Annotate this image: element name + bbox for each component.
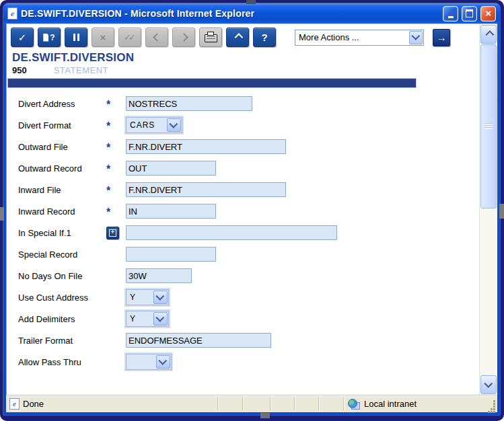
expand-button[interactable]: + [106,227,119,239]
window-body: ✓?×✓✓? More Actions ... → DE.SWIFT.DIVER… [3,24,500,395]
required-asterisk: * [106,209,110,216]
go-button[interactable]: → [433,29,450,46]
pause-icon [73,34,79,41]
field-label: Divert Format [18,120,106,130]
selection-handle-bottom [260,413,270,418]
browser-window: e DE.SWIFT.DIVERSION - Microsoft Interne… [3,3,501,416]
chevron-down-icon [155,292,164,301]
globe-monitor-icon [348,399,360,410]
dropdown-select[interactable]: CARS [126,117,182,133]
field-marker: * [106,120,126,130]
text-input[interactable] [126,204,216,219]
selection-handle-right [499,204,504,219]
status-spacer-pane [217,397,242,410]
minimize-icon [448,16,454,18]
close-icon: × [485,8,491,18]
vertical-scrollbar[interactable] [479,24,497,395]
more-actions-select[interactable]: More Actions ... [295,30,424,46]
authorize-button: ✓✓ [118,28,141,47]
text-input[interactable] [126,268,192,283]
hold-button[interactable] [65,28,87,47]
field-label: Inward Record [18,206,106,217]
chevron-down-icon [169,120,178,128]
resize-grip[interactable] [488,399,497,410]
dropdown-select[interactable]: Y [126,311,169,327]
field-marker: * [106,185,126,194]
chevron-down-icon[interactable] [153,312,168,326]
status-bar: e Done Local intranet [6,395,497,412]
section-divider-bar [7,78,417,88]
text-input[interactable] [126,333,271,348]
page-content: ✓?×✓✓? More Actions ... → DE.SWIFT.DIVER… [7,24,479,395]
required-asterisk: * [106,188,110,194]
chevron-down-icon[interactable] [409,31,423,44]
internet-explorer-page-icon: e [7,7,17,20]
form-row: In Special If.1+ [7,222,479,243]
form-row: Use Cust AddressY [7,286,479,308]
internet-explorer-page-icon: e [9,398,20,410]
status-spacer-pane [242,397,270,410]
chevron-down-icon[interactable] [156,355,170,369]
x-icon: × [100,32,106,42]
security-zone-pane: Local intranet [343,397,487,410]
previous-button [145,28,168,47]
chevron-down-icon[interactable] [153,291,168,304]
selection-handle-top [246,0,256,4]
text-input[interactable] [126,139,286,154]
next-button [172,28,195,47]
close-button[interactable]: × [480,6,496,22]
check-icon: ✓ [18,32,27,42]
field-label: Divert Address [18,99,106,109]
form-row: Divert Address* [7,93,479,114]
question-icon: ? [261,32,267,42]
help-button[interactable]: ? [253,28,276,47]
chevron-down-icon [155,313,164,322]
form-row: Outward File* [7,136,479,157]
more-actions-value: More Actions ... [295,32,408,42]
text-input[interactable] [126,182,286,197]
scrollbar-thumb[interactable] [480,44,497,208]
collapse-button[interactable] [226,28,249,47]
maximize-button[interactable] [462,6,477,22]
field-marker: * [106,99,126,108]
dropdown-select[interactable] [126,354,172,370]
chevron-up-icon [234,33,243,42]
chevron-left-icon [153,33,161,42]
client-area: ✓?×✓✓? More Actions ... → DE.SWIFT.DIVER… [6,24,497,395]
status-spacer-pane [294,397,318,410]
page-title: DE.SWIFT.DIVERSION [12,51,479,65]
status-spacer-pane [318,397,343,410]
text-input[interactable] [126,247,216,262]
status-row: e Done Local intranet [3,395,500,412]
field-label: In Special If.1 [18,228,106,238]
window-title: DE.SWIFT.DIVERSION - Microsoft Internet … [21,8,439,19]
chevron-down-icon[interactable] [167,118,181,132]
print-button[interactable] [199,28,222,47]
text-input[interactable] [126,96,252,111]
field-label: Add Delimiters [18,314,106,324]
scroll-down-button[interactable] [480,375,497,394]
record-subtitle: 950 STATEMENT [12,65,479,75]
required-asterisk: * [106,166,110,173]
dropdown-select[interactable]: Y [126,289,169,305]
scroll-up-button[interactable] [480,25,497,44]
field-label: Outward File [18,142,106,152]
field-label: Allow Pass Thru [18,357,106,367]
required-asterisk: * [106,102,110,108]
delete-button: × [92,28,114,47]
text-input[interactable] [126,161,216,176]
minimize-button[interactable] [443,6,458,22]
chevron-up-icon [485,30,494,39]
form-row: Add DelimitersY [7,308,479,330]
field-label: Special Record [18,250,106,260]
commit-button[interactable]: ✓ [11,28,34,47]
zone-label: Local intranet [364,399,417,409]
selection-handle-left [0,207,4,221]
field-marker: + [106,227,126,239]
required-asterisk: * [106,145,110,151]
record-type: STATEMENT [54,65,108,75]
text-input[interactable] [126,225,337,240]
validate-button[interactable]: ? [38,28,61,47]
form-area: Divert Address*Divert Format*CARSOutward… [7,93,479,373]
chevron-right-icon [180,33,188,42]
